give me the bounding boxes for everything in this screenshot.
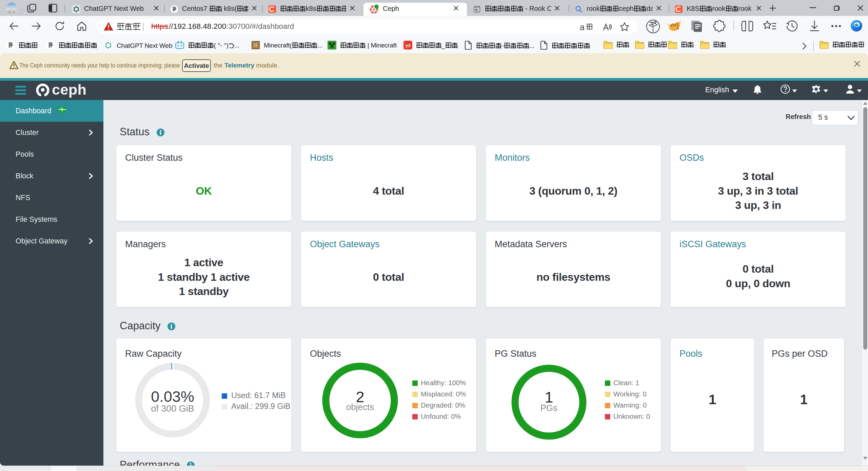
svg-text:yd: yd	[406, 43, 410, 48]
